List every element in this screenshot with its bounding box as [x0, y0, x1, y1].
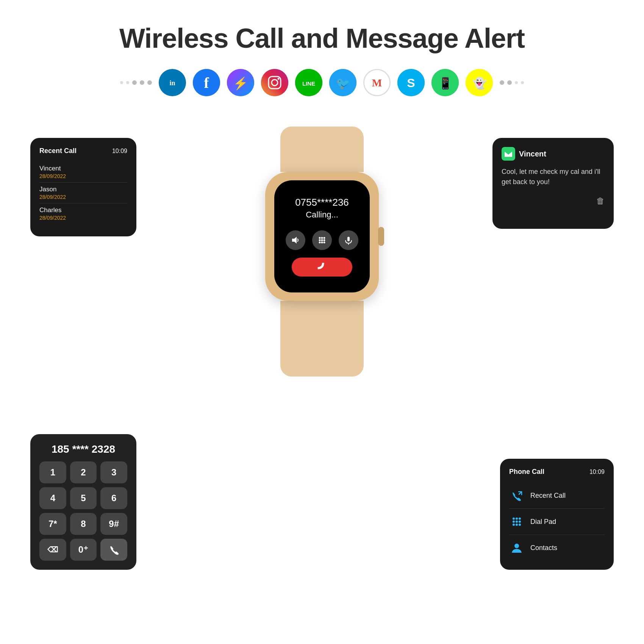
- recent-call-title: Recent Call: [39, 147, 77, 155]
- menu-item-recent-call[interactable]: Recent Call: [509, 483, 605, 509]
- svg-point-37: [519, 517, 521, 520]
- svg-marker-22: [292, 237, 297, 244]
- contact-name-charles: Charles: [39, 206, 127, 214]
- watch-screen: 0755****236 Calling...: [274, 180, 370, 292]
- volume-button[interactable]: [286, 230, 305, 250]
- svg-point-35: [513, 517, 515, 520]
- dot: [500, 80, 504, 85]
- phone-menu-header: Phone Call 10:09: [509, 468, 605, 476]
- svg-point-6: [261, 69, 288, 96]
- facebook-icon[interactable]: f: [193, 69, 220, 96]
- dial-key-3[interactable]: 3: [100, 461, 127, 483]
- svg-point-36: [516, 517, 518, 520]
- svg-text:M: M: [372, 77, 382, 89]
- messenger-icon[interactable]: ⚡: [227, 69, 254, 96]
- watch: 0755****236 Calling...: [258, 127, 386, 377]
- message-app-icon: [502, 147, 515, 161]
- svg-point-31: [324, 241, 325, 243]
- svg-point-24: [321, 237, 323, 239]
- phone-call-menu-card: Phone Call 10:09 Recent Call: [500, 459, 614, 570]
- svg-text:⚡: ⚡: [233, 76, 248, 91]
- dial-key-0[interactable]: 0⁺: [70, 539, 97, 561]
- svg-point-41: [513, 524, 515, 526]
- svg-point-29: [319, 241, 321, 243]
- contact-vincent[interactable]: Vincent 28/09/2022: [39, 162, 127, 183]
- line-icon[interactable]: LINE: [295, 69, 322, 96]
- svg-point-23: [319, 237, 321, 239]
- contact-name-vincent: Vincent: [39, 165, 127, 172]
- dot: [507, 80, 512, 85]
- svg-point-26: [319, 239, 321, 241]
- dot: [521, 81, 524, 84]
- svg-text:LINE: LINE: [302, 80, 315, 87]
- svg-point-38: [513, 521, 515, 523]
- skype-icon[interactable]: S: [397, 69, 425, 96]
- whatsapp-icon[interactable]: 📱: [431, 69, 459, 96]
- menu-item-contacts[interactable]: Contacts: [509, 535, 605, 561]
- dots-left: [120, 80, 152, 85]
- gmail-icon[interactable]: M: [363, 69, 391, 96]
- dial-key-8[interactable]: 8: [70, 513, 97, 535]
- watch-crown: [378, 227, 384, 246]
- dial-pad-icon: [509, 514, 524, 529]
- instagram-icon[interactable]: [261, 69, 288, 96]
- dial-key-4[interactable]: 4: [39, 487, 66, 509]
- dial-key-call[interactable]: [100, 539, 127, 561]
- dialpad-card: 185 **** 2328 1 2 3 4 5 6 7* 8 9# ⌫ 0⁺: [30, 434, 136, 570]
- svg-point-44: [514, 544, 519, 548]
- twitter-icon[interactable]: 🐦: [329, 69, 356, 96]
- dial-key-backspace[interactable]: ⌫: [39, 539, 66, 561]
- svg-point-27: [321, 239, 323, 241]
- trash-icon[interactable]: 🗑: [596, 196, 605, 206]
- social-icons-row: in f ⚡ LINE 🐦: [0, 69, 644, 96]
- contact-charles[interactable]: Charles 28/09/2022: [39, 203, 127, 224]
- watch-body: 0755****236 Calling...: [265, 172, 379, 301]
- watch-band-top: [280, 127, 364, 172]
- recent-call-header: Recent Call 10:09: [39, 147, 127, 155]
- message-body: Cool, let me check my cal and i'll get b…: [502, 167, 605, 187]
- mute-button[interactable]: [339, 230, 358, 250]
- dial-key-5[interactable]: 5: [70, 487, 97, 509]
- svg-text:S: S: [407, 76, 415, 90]
- svg-text:🐦: 🐦: [336, 77, 350, 90]
- dial-key-9[interactable]: 9#: [100, 513, 127, 535]
- contacts-icon: [509, 540, 524, 555]
- svg-point-40: [519, 521, 521, 523]
- svg-point-9: [278, 78, 280, 80]
- message-trash-area: 🗑: [502, 196, 605, 206]
- main-area: 0755****236 Calling...: [0, 108, 644, 600]
- contact-jason[interactable]: Jason 28/09/2022: [39, 183, 127, 203]
- calling-text: Calling...: [306, 210, 338, 220]
- watch-band-bottom: [280, 301, 364, 377]
- dial-key-2[interactable]: 2: [70, 461, 97, 483]
- dial-number-display: 185 **** 2328: [39, 443, 127, 455]
- dots-right: [500, 80, 524, 85]
- keypad-button[interactable]: [312, 230, 332, 250]
- menu-label-recent-call: Recent Call: [530, 492, 566, 500]
- menu-item-dial-pad[interactable]: Dial Pad: [509, 509, 605, 535]
- dial-key-7[interactable]: 7*: [39, 513, 66, 535]
- dot: [126, 81, 129, 84]
- phone-menu-title: Phone Call: [509, 468, 544, 476]
- recent-call-icon: [509, 488, 524, 503]
- svg-text:f: f: [204, 74, 209, 91]
- snapchat-icon[interactable]: 👻: [466, 69, 493, 96]
- end-call-button[interactable]: [292, 258, 352, 277]
- watch-controls: [286, 230, 358, 250]
- linkedin-icon[interactable]: in: [159, 69, 186, 96]
- dial-key-6[interactable]: 6: [100, 487, 127, 509]
- recent-call-card: Recent Call 10:09 Vincent 28/09/2022 Jas…: [30, 138, 136, 236]
- dot: [140, 80, 144, 85]
- svg-point-25: [324, 237, 325, 239]
- svg-point-39: [516, 521, 518, 523]
- svg-point-43: [519, 524, 521, 526]
- svg-text:📱: 📱: [438, 77, 453, 90]
- caller-number: 0755****236: [295, 197, 349, 208]
- dot: [132, 80, 137, 85]
- dot: [120, 81, 123, 84]
- dial-key-1[interactable]: 1: [39, 461, 66, 483]
- svg-point-30: [321, 241, 323, 243]
- svg-rect-32: [347, 237, 350, 241]
- svg-text:👻: 👻: [472, 77, 487, 90]
- svg-point-42: [516, 524, 518, 526]
